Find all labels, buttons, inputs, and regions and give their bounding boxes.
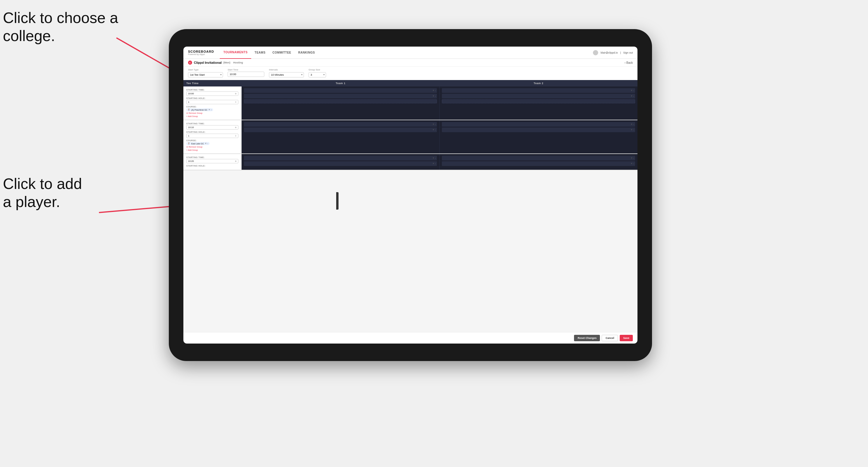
start-type-select-wrap: 1st Tee Start [188,72,223,77]
intervals-group: Intervals 10 Minutes [269,68,304,77]
add-group-1[interactable]: + Add Group [186,115,238,117]
remove-course-1[interactable]: ✕ [209,108,210,111]
brand-title: SCOREBOARD [188,50,214,53]
app-footer: Reset Changes Cancel Save [183,332,638,344]
brand-subtitle: Powered by clippd [188,53,214,55]
tournament-name: Clippd Invitational [194,61,221,64]
c-logo: C [188,61,192,65]
navbar: SCOREBOARD Powered by clippd TOURNAMENTS… [183,46,638,59]
hosting-badge: Hosting [233,61,243,64]
st-label-1: STARTING TIME: [186,89,238,91]
add-player-btn-1[interactable] [244,99,437,103]
pipe-divider: | [620,51,621,54]
left-panel-3: STARTING TIME: 10:20 ⊕ STARTING HOLE: [183,154,242,170]
sign-out-link[interactable]: Sign out [623,51,633,54]
player-row-2-1[interactable]: ✕ › [442,88,635,93]
player-row-5-1[interactable]: ✕ › [244,156,437,160]
sh-label-1: STARTING HOLE: [186,97,238,99]
left-panel-2: STARTING TIME: 10:10 ⊕ STARTING HOLE: 1 … [183,120,242,153]
nav-items: TOURNAMENTS TEAMS COMMITTEE RANKINGS [220,46,593,59]
group-size-group: Group Size 3 [309,68,326,77]
tee-group-3: STARTING TIME: 10:20 ⊕ STARTING HOLE: ✕ … [183,154,638,170]
team1-panel-1: ✕ › ✕ › [242,87,439,120]
player-row-3-2[interactable]: ✕ › [244,127,437,132]
start-time-label: Start Time [228,68,264,71]
course-tag-wrap-2: 🏌 East Lake GC ✕ › [186,142,238,145]
start-type-select[interactable]: 1st Tee Start [188,72,223,77]
tee-group-2: STARTING TIME: 10:10 ⊕ STARTING HOLE: 1 … [183,120,638,154]
player-row-2-2[interactable]: ✕ › [442,94,635,98]
gender-badge: (Men) [223,61,230,64]
th-team2: Team 2 [439,80,638,87]
course-label-2: COURSE: [186,139,238,142]
course-tag-2: 🏌 East Lake GC ✕ › [186,142,210,145]
group-size-select[interactable]: 3 [309,72,326,77]
add-player-btn-2[interactable] [442,99,635,103]
player-row-6-2[interactable]: ✕ › [442,161,635,166]
sh-input-1[interactable]: 1 ⇕ [186,100,238,104]
st-label-3: STARTING TIME: [186,156,238,158]
table-header: Tee Time Team 1 Team 2 [183,80,638,87]
remove-course-2[interactable]: ✕ [205,143,207,145]
start-time-group: Start Time [228,68,264,77]
avatar [593,50,598,55]
player-row-1-1[interactable]: ✕ › [244,88,437,93]
intervals-label: Intervals [269,68,304,71]
brand: SCOREBOARD Powered by clippd [188,50,214,55]
back-link[interactable]: ‹ Back [625,61,633,64]
course-chevron-2[interactable]: › [208,143,208,145]
save-button[interactable]: Save [620,335,633,341]
nav-tournaments[interactable]: TOURNAMENTS [220,46,251,59]
tablet-frame: SCOREBOARD Powered by clippd TOURNAMENTS… [169,29,652,361]
player-row-3-1[interactable]: ✕ › [244,122,437,127]
player-row-1-2[interactable]: ✕ › [244,94,437,98]
reset-button[interactable]: Reset Changes [574,335,600,341]
add-group-2[interactable]: + Add Group [186,149,238,151]
st-input-2[interactable]: 10:10 ⊕ [186,125,238,130]
remove-group-2[interactable]: ⊖ Remove Group [186,146,238,148]
left-panel-1: STARTING TIME: 10:00 ⊕ STARTING HOLE: 1 … [183,87,242,120]
player-row-6-1[interactable]: ✕ › [442,156,635,160]
player-row-5-2[interactable]: ✕ › [244,161,437,166]
course-tag-1: 🏌 (A) Peachtree GC ✕ › [186,108,213,111]
th-team1: Team 1 [242,80,439,87]
st-label-2: STARTING TIME: [186,123,238,125]
nav-committee[interactable]: COMMITTEE [269,46,295,59]
annotation-choose-college: Click to choose a college. [3,9,118,45]
tournament-title: C Clippd Invitational (Men) Hosting [188,61,243,65]
team1-panel-3: ✕ › ✕ › [242,154,439,170]
tablet-screen: SCOREBOARD Powered by clippd TOURNAMENTS… [183,46,638,344]
sub-header: C Clippd Invitational (Men) Hosting ‹ Ba… [183,59,638,67]
nav-rankings[interactable]: RANKINGS [295,46,318,59]
nav-teams[interactable]: TEAMS [251,46,269,59]
sh-label-2: STARTING HOLE: [186,131,238,133]
intervals-select[interactable]: 10 Minutes [269,72,304,77]
sh-label-3: STARTING HOLE: [186,165,238,167]
cancel-button[interactable]: Cancel [602,335,618,341]
annotation-add-player: Click to add a player. [3,175,82,211]
player-row-4-2[interactable]: ✕ › [442,127,635,132]
start-time-input[interactable] [228,72,264,77]
team1-panel-2: ✕ › ✕ › [242,120,439,153]
group-size-label: Group Size [309,68,326,71]
tablet-side-button [336,192,339,210]
start-type-label: Start Type [188,68,223,71]
intervals-select-wrap: 10 Minutes [269,72,304,77]
player-row-4-1[interactable]: ✕ › [442,122,635,127]
user-email: blair@clippd.io [600,51,618,54]
main-content[interactable]: STARTING TIME: 10:00 ⊕ STARTING HOLE: 1 … [183,87,638,332]
course-tag-wrap-1: 🏌 (A) Peachtree GC ✕ › [186,108,238,111]
st-input-1[interactable]: 10:00 ⊕ [186,91,238,96]
remove-group-1[interactable]: ⊖ Remove Group [186,112,238,115]
st-input-3[interactable]: 10:20 ⊕ [186,159,238,163]
group-size-select-wrap: 3 [309,72,326,77]
course-label-1: COURSE: [186,106,238,108]
tee-group-1: STARTING TIME: 10:00 ⊕ STARTING HOLE: 1 … [183,87,638,120]
team2-panel-3: ✕ › ✕ › [439,154,638,170]
team2-panel-1: ✕ › ✕ › [439,87,638,120]
course-chevron-1[interactable]: › [211,109,212,111]
nav-right: blair@clippd.io | Sign out [593,50,633,55]
team2-panel-2: ✕ › ✕ › [439,120,638,153]
start-type-group: Start Type 1st Tee Start [188,68,223,77]
sh-input-2[interactable]: 1 ⇕ [186,134,238,138]
